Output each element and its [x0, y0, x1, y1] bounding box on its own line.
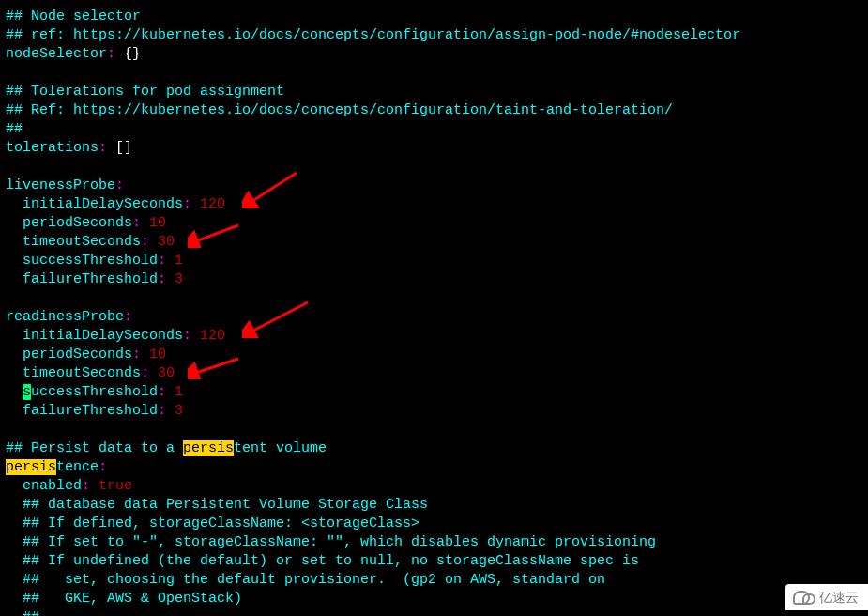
yaml-number: 1 — [175, 253, 183, 269]
yaml-number: 10 — [149, 346, 166, 362]
yaml-bool: true — [99, 478, 132, 494]
yaml-key: periodSeconds — [23, 215, 132, 231]
comment-line: ## Persist data to a — [6, 440, 183, 456]
yaml-number: 1 — [175, 384, 183, 400]
yaml-key: successThreshold — [23, 253, 158, 269]
cloud-icon — [793, 591, 814, 604]
yaml-key: enabled — [23, 478, 82, 494]
yaml-key: livenessProbe — [6, 177, 115, 193]
yaml-key: initialDelaySeconds — [23, 328, 183, 344]
yaml-value: {} — [124, 46, 141, 62]
comment-line: ## ref: https://kubernetes.io/docs/conce… — [6, 27, 740, 43]
colon: : — [183, 328, 191, 344]
colon: : — [158, 253, 166, 269]
yaml-number: 3 — [175, 403, 183, 419]
comment-line: ## — [23, 609, 39, 616]
yaml-number: 120 — [200, 328, 225, 344]
search-highlight: persis — [183, 440, 234, 456]
colon: : — [82, 478, 90, 494]
yaml-value: [] — [115, 140, 132, 156]
colon: : — [132, 346, 141, 362]
colon: : — [107, 46, 115, 62]
yaml-key: initialDelaySeconds — [23, 196, 183, 212]
colon: : — [99, 140, 107, 156]
yaml-key: readinessProbe — [6, 309, 124, 325]
yaml-key: tence — [56, 459, 99, 475]
comment-line: ## If undefined (the default) or set to … — [23, 553, 639, 569]
comment-line: ## set, choosing the default provisioner… — [23, 572, 605, 588]
yaml-number: 120 — [200, 196, 225, 212]
yaml-key: periodSeconds — [23, 346, 132, 362]
comment-line: ## database data Persistent Volume Stora… — [23, 497, 428, 513]
yaml-number: 10 — [149, 215, 166, 231]
colon: : — [141, 365, 149, 381]
yaml-key: tolerations — [6, 140, 99, 156]
code-block[interactable]: ## Node selector ## ref: https://kuberne… — [6, 8, 862, 616]
colon: : — [183, 196, 191, 212]
comment-line: ## Ref: https://kubernetes.io/docs/conce… — [6, 102, 673, 118]
yaml-key: nodeSelector — [6, 46, 107, 62]
yaml-number: 3 — [175, 271, 183, 287]
yaml-key: uccessThreshold — [31, 384, 158, 400]
comment-line: ## Tolerations for pod assignment — [6, 84, 284, 100]
yaml-key: timeoutSeconds — [23, 365, 141, 381]
yaml-key: failureThreshold — [23, 403, 158, 419]
yaml-key: timeoutSeconds — [23, 234, 141, 250]
yaml-number: 30 — [158, 365, 175, 381]
yaml-number: 30 — [158, 234, 175, 250]
colon: : — [141, 234, 149, 250]
colon: : — [158, 384, 166, 400]
colon: : — [99, 459, 107, 475]
cursor: s — [23, 384, 31, 400]
yaml-key: failureThreshold — [23, 271, 158, 287]
colon: : — [124, 309, 132, 325]
colon: : — [158, 403, 166, 419]
colon: : — [158, 271, 166, 287]
colon: : — [132, 215, 141, 231]
comment-line: tent volume — [234, 440, 327, 456]
colon: : — [115, 177, 124, 193]
watermark: 亿速云 — [785, 584, 868, 610]
comment-line: ## Node selector — [6, 8, 141, 24]
comment-line: ## If set to "-", storageClassName: "", … — [23, 534, 656, 550]
comment-line: ## If defined, storageClassName: <storag… — [23, 516, 419, 531]
comment-line: ## — [6, 121, 23, 137]
watermark-text: 亿速云 — [819, 588, 859, 607]
search-highlight: persis — [6, 459, 56, 475]
comment-line: ## GKE, AWS & OpenStack) — [23, 591, 242, 607]
